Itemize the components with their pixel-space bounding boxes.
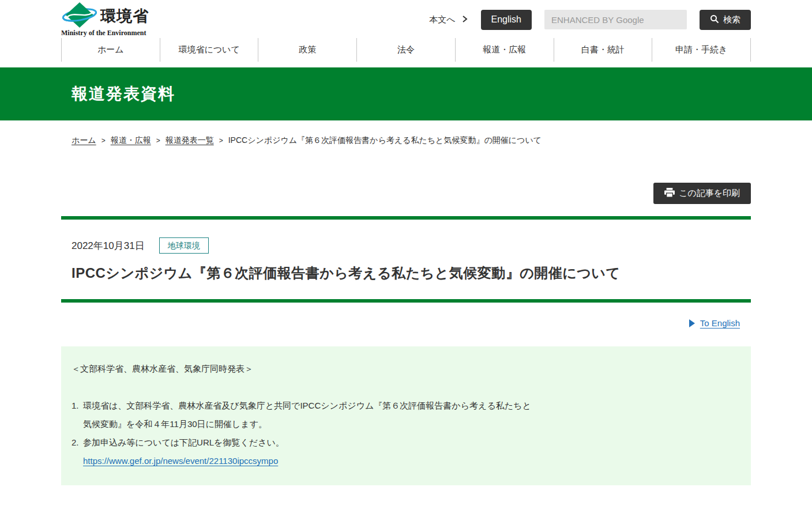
breadcrumb-separator: > [156, 137, 160, 145]
breadcrumb-link-home[interactable]: ホーム [72, 135, 96, 146]
search-icon [710, 14, 719, 25]
triangle-right-icon [689, 319, 695, 327]
item-number: 1. [72, 397, 83, 433]
logo-subtitle: Ministry of the Environment [61, 29, 149, 37]
nav-item-laws[interactable]: 法令 [356, 38, 455, 62]
to-english-link[interactable]: To English [700, 318, 740, 328]
article-date: 2022年10月31日 [72, 239, 145, 252]
announcement-item-1: 1. 環境省は、文部科学省、農林水産省及び気象庁と共同でIPCCシンポジウム『第… [72, 397, 739, 433]
breadcrumb-current: IPCCシンポジウム『第６次評価報告書から考える私たちと気候変動』の開催について [228, 135, 542, 146]
item-number: 2. [72, 433, 83, 470]
nav-item-policy[interactable]: 政策 [258, 38, 356, 62]
green-divider-bottom [61, 299, 751, 303]
breadcrumb-separator: > [219, 137, 223, 145]
search-button[interactable]: 検索 [700, 10, 751, 30]
moe-logo-icon [61, 2, 98, 31]
announcement-item-2: 2. 参加申込み等については下記URLを御覧ください。 https://www.… [72, 433, 739, 470]
breadcrumb-separator: > [102, 137, 106, 145]
article: この記事を印刷 2022年10月31日 地球環境 IPCCシンポジウム『第６次評… [61, 183, 751, 485]
english-button-label: English [491, 14, 521, 25]
print-button-label: この記事を印刷 [679, 188, 740, 199]
skip-link-label: 本文へ [429, 14, 455, 25]
nav-item-application[interactable]: 申請・手続き [652, 38, 751, 62]
joint-release-note: ＜文部科学省、農林水産省、気象庁同時発表＞ [72, 364, 739, 375]
search-button-label: 検索 [723, 14, 740, 25]
moe-logo[interactable]: 環境省 Ministry of the Environment [61, 2, 149, 37]
item-1-line-1: 環境省は、文部科学省、農林水産省及び気象庁と共同でIPCCシンポジウム『第６次評… [83, 397, 739, 415]
article-title: IPCCシンポジウム『第６次評価報告書から考える私たちと気候変動』の開催について [61, 264, 751, 282]
printer-icon [664, 188, 675, 199]
item-2-line-1: 参加申込み等については下記URLを御覧ください。 [83, 433, 739, 452]
breadcrumb-link-press-list[interactable]: 報道発表一覧 [166, 135, 214, 146]
symposium-url-link[interactable]: https://www.gef.or.jp/news/event/221130i… [83, 456, 278, 466]
category-badge[interactable]: 地球環境 [159, 237, 209, 254]
global-nav: ホーム 環境省について 政策 法令 報道・広報 白書・統計 申請・手続き [61, 38, 751, 62]
nav-item-about[interactable]: 環境省について [160, 38, 258, 62]
item-1-line-2: 気候変動』を令和４年11月30日に開催します。 [83, 415, 739, 433]
english-button[interactable]: English [481, 10, 532, 30]
breadcrumb-link-press[interactable]: 報道・広報 [111, 135, 151, 146]
nav-item-home[interactable]: ホーム [61, 38, 160, 62]
green-divider-top [61, 216, 751, 220]
skip-to-content-link[interactable]: 本文へ [429, 14, 468, 25]
page-banner: 報道発表資料 [0, 67, 812, 120]
nav-item-whitepaper[interactable]: 白書・統計 [554, 38, 652, 62]
site-header: 環境省 Ministry of the Environment 本文へ Engl… [61, 0, 751, 38]
announcement-box: ＜文部科学省、農林水産省、気象庁同時発表＞ 1. 環境省は、文部科学省、農林水産… [61, 346, 751, 485]
chevron-right-icon [461, 15, 468, 25]
nav-item-press[interactable]: 報道・広報 [455, 38, 554, 62]
page-banner-title: 報道発表資料 [61, 83, 751, 105]
search-input[interactable] [544, 10, 687, 29]
logo-title: 環境省 [100, 6, 149, 27]
breadcrumb: ホーム > 報道・広報 > 報道発表一覧 > IPCCシンポジウム『第６次評価報… [61, 135, 751, 146]
print-article-button[interactable]: この記事を印刷 [653, 183, 751, 204]
